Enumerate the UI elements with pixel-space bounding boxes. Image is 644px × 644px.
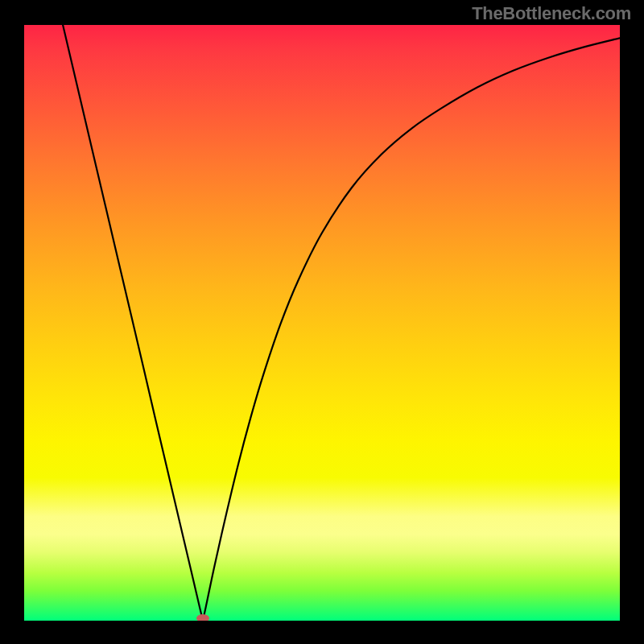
watermark-label: TheBottleneck.com xyxy=(472,3,631,24)
right-border xyxy=(620,0,644,644)
left-border xyxy=(0,0,24,644)
bottom-border xyxy=(0,621,644,644)
plot-area xyxy=(24,25,620,621)
chart-container: TheBottleneck.com xyxy=(0,0,644,644)
